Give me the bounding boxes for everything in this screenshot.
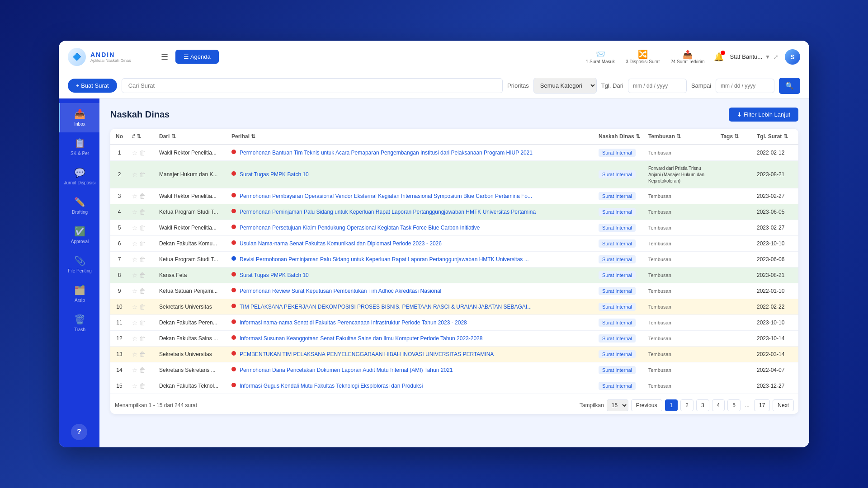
page-2-button[interactable]: 2 [680, 399, 693, 411]
page-17-button[interactable]: 17 [754, 399, 770, 411]
star-icon[interactable]: ☆ [132, 287, 138, 295]
cell-tags [717, 347, 753, 362]
star-icon[interactable]: ☆ [132, 303, 138, 310]
delete-icon[interactable]: 🗑 [139, 319, 146, 326]
hamburger-button[interactable]: ☰ [158, 49, 171, 65]
cell-tembusan: Forward dari Pristia Trisnu Anjani (Mana… [645, 161, 717, 188]
star-icon[interactable]: ☆ [132, 256, 138, 263]
cell-tgl: 2023-02-27 [753, 220, 798, 236]
perihal-link[interactable]: PEMBENTUKAN TIM PELAKSANA PENYELENGGARAA… [240, 351, 494, 357]
delete-icon[interactable]: 🗑 [139, 149, 146, 156]
sk-per-icon: 📋 [74, 138, 85, 149]
sidebar-item-inbox[interactable]: 📥 Inbox [59, 103, 99, 132]
page-1-button[interactable]: 1 [665, 399, 678, 411]
perihal-link[interactable]: Informasi Susunan Keanggotaan Senat Faku… [240, 335, 482, 342]
cell-tags [717, 236, 753, 252]
sidebar-item-file-penting[interactable]: 📎 File Penting [59, 250, 99, 279]
delete-icon[interactable]: 🗑 [139, 208, 146, 216]
perihal-link[interactable]: Permohonan Review Surat Keputusan Pemben… [240, 288, 441, 294]
delete-icon[interactable]: 🗑 [139, 256, 146, 263]
cell-no: 9 [110, 283, 128, 299]
perihal-link[interactable]: Permohonan Dana Pencetakan Dokumen Lapor… [240, 367, 453, 373]
tembusan-value: Tembusan [648, 193, 671, 199]
search-input[interactable] [122, 78, 503, 93]
date-from-input[interactable] [628, 79, 687, 93]
notification-button[interactable]: 🔔 [714, 52, 724, 62]
delete-icon[interactable]: 🗑 [139, 303, 146, 310]
star-icon[interactable]: ☆ [132, 335, 138, 342]
perihal-link[interactable]: Permohonan Bantuan Tim Teknis untuk Acar… [240, 150, 533, 156]
cell-no: 15 [110, 378, 128, 394]
delete-icon[interactable]: 🗑 [139, 335, 146, 342]
cell-naskah: Surat Internal [595, 267, 645, 283]
star-icon[interactable]: ☆ [132, 272, 138, 279]
table-row: 13 ☆ 🗑 Sekretaris Universitas PEMBENTUKA… [110, 347, 798, 362]
perihal-link[interactable]: Surat Tugas PMPK Batch 10 [240, 171, 309, 178]
delete-icon[interactable]: 🗑 [139, 240, 146, 247]
cell-dari: Ketua Satuan Penjami... [156, 283, 228, 299]
star-icon[interactable]: ☆ [132, 171, 138, 178]
delete-icon[interactable]: 🗑 [139, 192, 146, 200]
star-icon[interactable]: ☆ [132, 208, 138, 216]
perihal-link[interactable]: Permohonan Persetujuan Klaim Pendukung O… [240, 225, 480, 231]
th-tgl: Tgl. Surat ⇅ [753, 129, 798, 145]
delete-icon[interactable]: 🗑 [139, 272, 146, 279]
tembusan-value: Tembusan [648, 383, 671, 389]
perihal-link[interactable]: Permohonan Peminjaman Palu Sidang untuk … [240, 209, 536, 215]
star-icon[interactable]: ☆ [132, 366, 138, 374]
delete-icon[interactable]: 🗑 [139, 366, 146, 374]
delete-icon[interactable]: 🗑 [139, 351, 146, 358]
stat-terkirim[interactable]: 📤 24 Surat Terkirim [670, 49, 704, 64]
sidebar-item-sk-per[interactable]: 📋 SK & Per [59, 132, 99, 162]
filter-more-button[interactable]: ⬇ Filter Lebih Lanjut [729, 108, 798, 122]
user-menu-button[interactable]: Staf Bantu... ▼ ⤢ [730, 53, 778, 61]
star-icon[interactable]: ☆ [132, 240, 138, 247]
page-3-button[interactable]: 3 [696, 399, 709, 411]
star-icon[interactable]: ☆ [132, 382, 138, 389]
sidebar-item-approval[interactable]: ✅ Approval [59, 221, 99, 250]
tembusan-value: Forward dari Pristia Trisnu Anjani (Mana… [648, 166, 704, 183]
star-icon[interactable]: ☆ [132, 224, 138, 231]
perihal-link[interactable]: Revisi Permohonan Peminjaman Palu Sidang… [240, 256, 529, 263]
sidebar-item-jurnal[interactable]: 💬 Jurnal Disposisi [59, 162, 99, 191]
perihal-link[interactable]: Permohonan Pembayaran Operasional Vendor… [240, 193, 532, 199]
stat-surat-masuk[interactable]: 📨 1 Surat Masuk [586, 49, 615, 64]
delete-icon[interactable]: 🗑 [139, 287, 146, 295]
page-5-button[interactable]: 5 [727, 399, 741, 411]
perihal-link[interactable]: Surat Tugas PMPK Batch 10 [240, 272, 309, 278]
approval-icon: ✅ [74, 226, 85, 237]
cell-tembusan: Tembusan [645, 267, 717, 283]
cell-naskah: Surat Internal [595, 145, 645, 161]
sidebar-item-trash[interactable]: 🗑️ Trash [59, 309, 99, 338]
delete-icon[interactable]: 🗑 [139, 224, 146, 231]
tembusan-value: Tembusan [648, 209, 671, 215]
delete-icon[interactable]: 🗑 [139, 171, 146, 178]
date-to-input[interactable] [716, 79, 774, 93]
cell-dari: Wakil Rektor Penelitia... [156, 145, 228, 161]
star-icon[interactable]: ☆ [132, 351, 138, 358]
per-page-select[interactable]: 15 25 50 [607, 399, 628, 411]
help-button[interactable]: ? [71, 424, 87, 440]
category-select[interactable]: Semua Kategori [533, 78, 597, 94]
perihal-link[interactable]: Informasi nama-nama Senat di Fakultas Pe… [240, 319, 467, 326]
page-4-button[interactable]: 4 [712, 399, 725, 411]
perihal-link[interactable]: TIM PELAKSANA PEKERJAAN DEKOMPOSISI PROS… [240, 304, 532, 310]
star-icon[interactable]: ☆ [132, 149, 138, 156]
next-button[interactable]: Next [773, 399, 794, 411]
search-button[interactable]: 🔍 [779, 78, 800, 94]
sidebar-item-drafting[interactable]: ✏️ Drafting [59, 191, 99, 221]
star-icon[interactable]: ☆ [132, 192, 138, 200]
table-footer: Menampilkan 1 - 15 dari 244 surat Tampil… [110, 394, 798, 414]
agenda-button[interactable]: ☰ Agenda [175, 50, 219, 64]
create-surat-button[interactable]: + Buat Surat [68, 79, 117, 93]
cell-tgl: 2022-01-10 [753, 283, 798, 299]
sidebar-item-arsip[interactable]: 🗂️ Arsip [59, 279, 99, 309]
perihal-link[interactable]: Informasi Gugus Kendali Mutu Fakultas Te… [240, 383, 423, 389]
perihal-link[interactable]: Usulan Nama-nama Senat Fakultas Komunika… [240, 240, 442, 247]
star-icon[interactable]: ☆ [132, 319, 138, 326]
prev-button[interactable]: Previous [631, 399, 662, 411]
cell-perihal: Informasi Gugus Kendali Mutu Fakultas Te… [228, 378, 595, 394]
stat-disposisi[interactable]: 🔀 3 Disposisi Surat [626, 49, 660, 64]
date-from-label: Tgl. Dari [601, 82, 623, 89]
delete-icon[interactable]: 🗑 [139, 382, 146, 389]
